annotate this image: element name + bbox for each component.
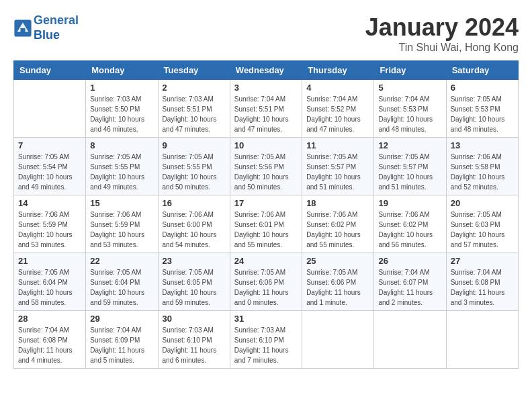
day-number: 10 (234, 140, 298, 150)
day-number: 15 (90, 198, 153, 208)
day-info: Sunrise: 7:06 AMSunset: 6:02 PMDaylight:… (378, 210, 441, 250)
day-number: 18 (306, 198, 369, 208)
day-number: 13 (451, 140, 514, 150)
calendar-cell: 15Sunrise: 7:06 AMSunset: 5:59 PMDayligh… (86, 195, 158, 253)
logo-text: General Blue (34, 13, 79, 42)
day-number: 26 (378, 256, 441, 266)
day-number: 27 (451, 256, 514, 266)
calendar-cell: 29Sunrise: 7:04 AMSunset: 6:09 PMDayligh… (86, 311, 158, 369)
day-info: Sunrise: 7:03 AMSunset: 5:50 PMDaylight:… (90, 94, 153, 134)
day-number: 17 (234, 198, 298, 208)
svg-rect-2 (21, 28, 26, 34)
calendar-cell: 11Sunrise: 7:05 AMSunset: 5:57 PMDayligh… (302, 138, 374, 195)
logo-line2: Blue (34, 28, 60, 42)
day-info: Sunrise: 7:04 AMSunset: 6:08 PMDaylight:… (451, 267, 514, 308)
logo-icon (13, 19, 32, 38)
calendar-cell: 7Sunrise: 7:05 AMSunset: 5:54 PMDaylight… (14, 138, 86, 195)
day-info: Sunrise: 7:05 AMSunset: 6:05 PMDaylight:… (163, 267, 226, 308)
day-number: 6 (451, 83, 514, 93)
week-row-5: 28Sunrise: 7:04 AMSunset: 6:08 PMDayligh… (14, 311, 519, 369)
page-header: General Blue January 2024 Tin Shui Wai, … (13, 13, 519, 54)
calendar-cell: 30Sunrise: 7:03 AMSunset: 6:10 PMDayligh… (158, 311, 230, 369)
day-number: 22 (90, 256, 153, 266)
calendar-cell: 5Sunrise: 7:04 AMSunset: 5:53 PMDaylight… (374, 80, 446, 138)
calendar-cell: 28Sunrise: 7:04 AMSunset: 6:08 PMDayligh… (14, 311, 86, 369)
calendar-cell: 4Sunrise: 7:04 AMSunset: 5:52 PMDaylight… (302, 80, 374, 138)
day-number: 1 (90, 83, 153, 93)
day-info: Sunrise: 7:05 AMSunset: 6:04 PMDaylight:… (90, 267, 153, 308)
day-number: 31 (234, 314, 298, 324)
weekday-header-sunday: Sunday (14, 61, 86, 80)
day-info: Sunrise: 7:04 AMSunset: 5:53 PMDaylight:… (378, 94, 441, 134)
calendar-cell: 18Sunrise: 7:06 AMSunset: 6:02 PMDayligh… (302, 195, 374, 253)
day-number: 19 (378, 198, 441, 208)
day-info: Sunrise: 7:05 AMSunset: 6:06 PMDaylight:… (234, 267, 298, 308)
calendar-table: SundayMondayTuesdayWednesdayThursdayFrid… (13, 60, 519, 369)
day-number: 2 (163, 83, 226, 93)
weekday-header-saturday: Saturday (446, 61, 518, 80)
day-info: Sunrise: 7:06 AMSunset: 5:58 PMDaylight:… (451, 152, 514, 192)
day-number: 20 (451, 198, 514, 208)
day-number: 25 (306, 256, 369, 266)
calendar-cell: 21Sunrise: 7:05 AMSunset: 6:04 PMDayligh… (14, 253, 86, 311)
day-info: Sunrise: 7:05 AMSunset: 6:06 PMDaylight:… (306, 267, 369, 308)
week-row-4: 21Sunrise: 7:05 AMSunset: 6:04 PMDayligh… (14, 253, 519, 311)
calendar-cell: 12Sunrise: 7:05 AMSunset: 5:57 PMDayligh… (374, 138, 446, 195)
day-number: 14 (18, 198, 81, 208)
calendar-cell: 22Sunrise: 7:05 AMSunset: 6:04 PMDayligh… (86, 253, 158, 311)
calendar-cell: 6Sunrise: 7:05 AMSunset: 5:53 PMDaylight… (446, 80, 518, 138)
calendar-cell: 19Sunrise: 7:06 AMSunset: 6:02 PMDayligh… (374, 195, 446, 253)
day-info: Sunrise: 7:06 AMSunset: 6:00 PMDaylight:… (163, 210, 226, 250)
day-info: Sunrise: 7:05 AMSunset: 5:55 PMDaylight:… (90, 152, 153, 192)
day-number: 29 (90, 314, 153, 324)
day-info: Sunrise: 7:05 AMSunset: 5:53 PMDaylight:… (451, 94, 514, 134)
day-info: Sunrise: 7:04 AMSunset: 6:09 PMDaylight:… (90, 325, 153, 365)
weekday-header-monday: Monday (86, 61, 158, 80)
logo-line1: General (34, 13, 79, 27)
calendar-cell: 8Sunrise: 7:05 AMSunset: 5:55 PMDaylight… (86, 138, 158, 195)
day-number: 23 (163, 256, 226, 266)
week-row-2: 7Sunrise: 7:05 AMSunset: 5:54 PMDaylight… (14, 138, 519, 195)
day-number: 11 (306, 140, 369, 150)
day-number: 9 (163, 140, 226, 150)
weekday-header-row: SundayMondayTuesdayWednesdayThursdayFrid… (14, 61, 519, 80)
calendar-cell: 9Sunrise: 7:05 AMSunset: 5:55 PMDaylight… (158, 138, 230, 195)
week-row-1: 1Sunrise: 7:03 AMSunset: 5:50 PMDaylight… (14, 80, 519, 138)
calendar-cell: 1Sunrise: 7:03 AMSunset: 5:50 PMDaylight… (86, 80, 158, 138)
day-info: Sunrise: 7:04 AMSunset: 6:07 PMDaylight:… (378, 267, 441, 308)
calendar-cell: 3Sunrise: 7:04 AMSunset: 5:51 PMDaylight… (230, 80, 302, 138)
calendar-cell: 17Sunrise: 7:06 AMSunset: 6:01 PMDayligh… (230, 195, 302, 253)
calendar-cell: 31Sunrise: 7:03 AMSunset: 6:10 PMDayligh… (230, 311, 302, 369)
day-info: Sunrise: 7:06 AMSunset: 6:02 PMDaylight:… (306, 210, 369, 250)
weekday-header-friday: Friday (374, 61, 446, 80)
calendar-cell: 24Sunrise: 7:05 AMSunset: 6:06 PMDayligh… (230, 253, 302, 311)
weekday-header-tuesday: Tuesday (158, 61, 230, 80)
day-info: Sunrise: 7:03 AMSunset: 6:10 PMDaylight:… (234, 325, 298, 365)
day-number: 16 (163, 198, 226, 208)
calendar-cell: 16Sunrise: 7:06 AMSunset: 6:00 PMDayligh… (158, 195, 230, 253)
calendar-cell (14, 80, 86, 138)
week-row-3: 14Sunrise: 7:06 AMSunset: 5:59 PMDayligh… (14, 195, 519, 253)
month-title: January 2024 (365, 13, 519, 42)
title-block: January 2024 Tin Shui Wai, Hong Kong (365, 13, 519, 54)
day-info: Sunrise: 7:03 AMSunset: 6:10 PMDaylight:… (163, 325, 226, 365)
calendar-cell: 2Sunrise: 7:03 AMSunset: 5:51 PMDaylight… (158, 80, 230, 138)
calendar-cell: 10Sunrise: 7:05 AMSunset: 5:56 PMDayligh… (230, 138, 302, 195)
day-info: Sunrise: 7:05 AMSunset: 6:04 PMDaylight:… (18, 267, 81, 308)
day-info: Sunrise: 7:05 AMSunset: 5:56 PMDaylight:… (234, 152, 298, 192)
day-info: Sunrise: 7:04 AMSunset: 6:08 PMDaylight:… (18, 325, 81, 365)
day-info: Sunrise: 7:06 AMSunset: 5:59 PMDaylight:… (18, 210, 81, 250)
day-info: Sunrise: 7:05 AMSunset: 6:03 PMDaylight:… (451, 210, 514, 250)
day-info: Sunrise: 7:06 AMSunset: 6:01 PMDaylight:… (234, 210, 298, 250)
calendar-cell: 26Sunrise: 7:04 AMSunset: 6:07 PMDayligh… (374, 253, 446, 311)
calendar-cell: 27Sunrise: 7:04 AMSunset: 6:08 PMDayligh… (446, 253, 518, 311)
day-number: 30 (163, 314, 226, 324)
day-info: Sunrise: 7:05 AMSunset: 5:54 PMDaylight:… (18, 152, 81, 192)
day-info: Sunrise: 7:05 AMSunset: 5:57 PMDaylight:… (306, 152, 369, 192)
day-number: 21 (18, 256, 81, 266)
day-number: 7 (18, 140, 81, 150)
day-number: 8 (90, 140, 153, 150)
day-info: Sunrise: 7:04 AMSunset: 5:51 PMDaylight:… (234, 94, 298, 134)
calendar-cell (374, 311, 446, 369)
day-number: 24 (234, 256, 298, 266)
